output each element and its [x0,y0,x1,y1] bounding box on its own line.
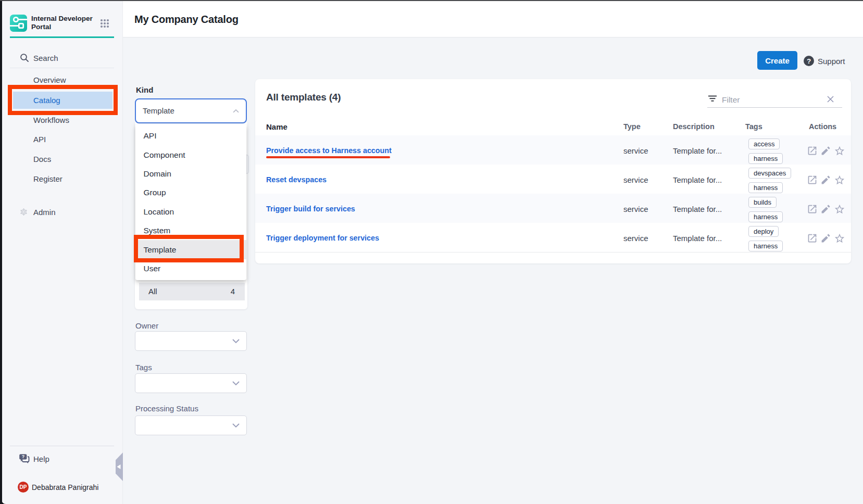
svg-text:?: ? [22,454,25,459]
